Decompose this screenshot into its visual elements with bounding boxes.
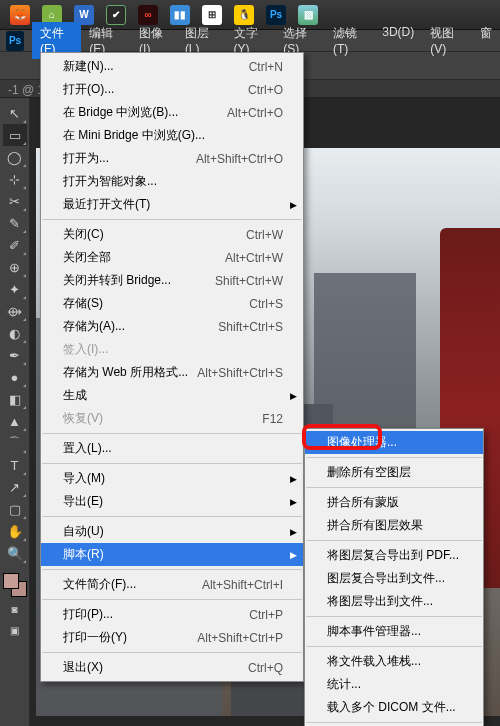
menubar-item[interactable]: 视图(V) (422, 22, 472, 59)
quickmask-icon[interactable]: ◙ (7, 604, 23, 618)
tool-button[interactable]: ✦ (3, 278, 27, 300)
menu-item[interactable]: 将图层复合导出到 PDF... (305, 544, 483, 567)
tool-button[interactable]: ✋ (3, 520, 27, 542)
screenmode-icon[interactable]: ▣ (7, 625, 23, 639)
script-submenu: 图像处理器...删除所有空图层拼合所有蒙版拼合所有图层效果将图层复合导出到 PD… (304, 428, 484, 726)
menu-item[interactable]: 退出(X)Ctrl+Q (41, 656, 303, 679)
tool-button[interactable]: ● (3, 366, 27, 388)
file-menu: 新建(N)...Ctrl+N打开(O)...Ctrl+O在 Bridge 中浏览… (40, 52, 304, 682)
menu-item[interactable]: 拼合所有图层效果 (305, 514, 483, 537)
taskbar-firefox-icon[interactable]: 🦊 (5, 2, 35, 28)
tool-button[interactable]: ⌒ (3, 432, 27, 454)
tool-button[interactable]: ✂ (3, 190, 27, 212)
menu-item[interactable]: 打开为...Alt+Shift+Ctrl+O (41, 147, 303, 170)
menu-item[interactable]: 导出(E)▶ (41, 490, 303, 513)
tool-button[interactable]: ⊕ (3, 256, 27, 278)
tool-button[interactable]: ↖ (3, 102, 27, 124)
menubar-item[interactable]: 滤镜(T) (325, 22, 374, 59)
menu-item[interactable]: 文件简介(F)...Alt+Shift+Ctrl+I (41, 573, 303, 596)
menu-item[interactable]: 载入多个 DICOM 文件... (305, 696, 483, 719)
menu-item[interactable]: 存储(S)Ctrl+S (41, 292, 303, 315)
tool-button[interactable]: ◐ (3, 322, 27, 344)
menu-item[interactable]: 打印一份(Y)Alt+Shift+Ctrl+P (41, 626, 303, 649)
menu-item[interactable]: 删除所有空图层 (305, 461, 483, 484)
menu-item[interactable]: 关闭全部Alt+Ctrl+W (41, 246, 303, 269)
tool-button[interactable]: ▲ (3, 410, 27, 432)
tool-button[interactable]: T (3, 454, 27, 476)
tool-button[interactable]: ◯ (3, 146, 27, 168)
menu-item[interactable]: 关闭并转到 Bridge...Shift+Ctrl+W (41, 269, 303, 292)
tool-button[interactable]: ↗ (3, 476, 27, 498)
tool-button[interactable]: ▢ (3, 498, 27, 520)
tool-button[interactable]: ✎ (3, 212, 27, 234)
menu-item[interactable]: 图层复合导出到文件... (305, 567, 483, 590)
menu-item[interactable]: 图像处理器... (305, 431, 483, 454)
tools-panel: ↖▭◯⊹✂✎✐⊕✦⟴◐✒●◧▲⌒T↗▢✋🔍 ◙ ▣ (0, 98, 30, 726)
menubar: Ps 文件(F)编辑(E)图像(I)图层(L)文字(Y)选择(S)滤镜(T)3D… (0, 30, 500, 52)
menu-item[interactable]: 导入(M)▶ (41, 467, 303, 490)
menu-item[interactable]: 拼合所有蒙版 (305, 491, 483, 514)
menubar-item[interactable]: 窗 (472, 22, 500, 59)
tool-button[interactable]: 🔍 (3, 542, 27, 564)
menu-item: 恢复(V)F12 (41, 407, 303, 430)
tool-button[interactable]: ▭ (3, 124, 27, 146)
menubar-item[interactable]: 3D(D) (374, 22, 422, 59)
tool-button[interactable]: ✐ (3, 234, 27, 256)
menu-item[interactable]: 在 Bridge 中浏览(B)...Alt+Ctrl+O (41, 101, 303, 124)
menu-item[interactable]: 脚本(R)▶ (41, 543, 303, 566)
menu-item[interactable]: 存储为(A)...Shift+Ctrl+S (41, 315, 303, 338)
tool-button[interactable]: ⊹ (3, 168, 27, 190)
menu-item[interactable]: 在 Mini Bridge 中浏览(G)... (41, 124, 303, 147)
color-swatches[interactable] (3, 573, 27, 597)
menu-item[interactable]: 存储为 Web 所用格式...Alt+Shift+Ctrl+S (41, 361, 303, 384)
menu-item[interactable]: 打印(P)...Ctrl+P (41, 603, 303, 626)
menu-item[interactable]: 将文件载入堆栈... (305, 650, 483, 673)
menu-item[interactable]: 打开为智能对象... (41, 170, 303, 193)
tool-button[interactable]: ◧ (3, 388, 27, 410)
tool-button[interactable]: ✒ (3, 344, 27, 366)
ps-app-icon: Ps (6, 31, 24, 51)
menu-item[interactable]: 生成▶ (41, 384, 303, 407)
menu-item[interactable]: 置入(L)... (41, 437, 303, 460)
menu-item[interactable]: 统计... (305, 673, 483, 696)
menu-item[interactable]: 打开(O)...Ctrl+O (41, 78, 303, 101)
menu-item: 签入(I)... (41, 338, 303, 361)
tool-button[interactable]: ⟴ (3, 300, 27, 322)
menu-item[interactable]: 将图层导出到文件... (305, 590, 483, 613)
menu-item[interactable]: 脚本事件管理器... (305, 620, 483, 643)
menu-item[interactable]: 最近打开文件(T)▶ (41, 193, 303, 216)
menu-item[interactable]: 自动(U)▶ (41, 520, 303, 543)
menu-item[interactable]: 关闭(C)Ctrl+W (41, 223, 303, 246)
menu-item[interactable]: 新建(N)...Ctrl+N (41, 55, 303, 78)
